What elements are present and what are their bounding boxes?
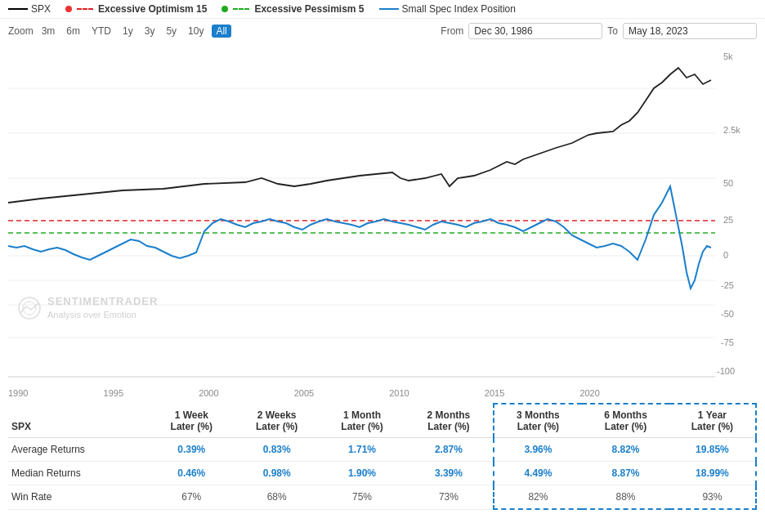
td-winrate-6m: 88%	[582, 485, 669, 510]
legend-pessimism: Excessive Pessimism 5	[221, 3, 364, 15]
td-avg-2w: 0.83%	[234, 438, 319, 462]
x-label-spacer	[675, 388, 716, 398]
legend-small-spec: Small Spec Index Position	[379, 3, 516, 15]
from-label: From	[441, 25, 463, 37]
svg-text:2.5k: 2.5k	[723, 125, 740, 135]
legend-spx: SPX	[8, 3, 51, 15]
th-1y: 1 Year Later (%)	[669, 404, 756, 438]
th-2m: 2 Months Later (%)	[405, 404, 493, 438]
svg-text:-75: -75	[721, 338, 734, 347]
zoom-ytd-button[interactable]: YTD	[88, 25, 114, 38]
small-spec-line-icon	[379, 8, 399, 10]
table-row-avg: Average Returns 0.39% 0.83% 1.71% 2.87% …	[8, 438, 756, 462]
svg-text:50: 50	[723, 178, 733, 188]
th-spx: SPX	[8, 404, 149, 438]
x-label-2020: 2020	[579, 388, 599, 398]
zoom-6m-button[interactable]: 6m	[63, 25, 83, 38]
td-median-6m: 8.87%	[582, 462, 669, 485]
zoom-10y-button[interactable]: 10y	[185, 25, 207, 38]
to-label: To	[607, 25, 618, 37]
pessimism-dot-icon	[221, 6, 228, 12]
td-avg-2m: 2.87%	[405, 438, 493, 462]
watermark: SENTIMENTRADER Analysis over Emotion	[16, 295, 158, 321]
svg-text:25: 25	[723, 215, 733, 225]
td-avg-1m: 1.71%	[320, 438, 405, 462]
th-2w: 2 Weeks Later (%)	[234, 404, 319, 438]
legend-small-spec-label: Small Spec Index Position	[402, 3, 516, 15]
th-6m: 6 Months Later (%)	[582, 404, 669, 438]
zoom-5y-button[interactable]: 5y	[163, 25, 180, 38]
spx-line-icon	[8, 8, 28, 10]
td-median-2w: 0.98%	[234, 462, 319, 485]
td-avg-1y: 19.85%	[669, 438, 756, 462]
td-winrate-1m: 75%	[320, 485, 405, 510]
td-median-1y: 18.99%	[669, 462, 756, 485]
zoom-3y-button[interactable]: 3y	[141, 25, 159, 38]
legend-bar: SPX Excessive Optimism 15 Excessive Pess…	[0, 0, 765, 19]
legend-spx-label: SPX	[31, 3, 51, 15]
td-winrate-1w: 67%	[149, 485, 234, 510]
th-3m: 3 Months Later (%)	[494, 404, 582, 438]
svg-line-24	[26, 306, 31, 310]
td-median-3m: 4.49%	[494, 462, 582, 485]
legend-optimism-label: Excessive Optimism 15	[98, 3, 207, 15]
table-row-winrate: Win Rate 67% 68% 75% 73% 82% 88% 93%	[8, 485, 756, 510]
x-label-2010: 2010	[389, 388, 409, 398]
zoom-1y-button[interactable]: 1y	[119, 25, 136, 38]
th-1w: 1 Week Later (%)	[149, 404, 234, 438]
td-winrate-label: Win Rate	[8, 485, 149, 510]
svg-text:-50: -50	[721, 309, 734, 319]
watermark-logo-icon	[16, 295, 42, 321]
chart-svg: 5k 2.5k 50 25 0 -25 -50 -75 -100	[0, 43, 765, 387]
td-median-1m: 1.90%	[320, 462, 405, 485]
svg-text:-100: -100	[717, 366, 735, 376]
from-date-input[interactable]	[468, 23, 602, 39]
date-range: From To	[441, 23, 757, 39]
table-row-median: Median Returns 0.46% 0.98% 1.90% 3.39% 4…	[8, 462, 756, 485]
td-median-label: Median Returns	[8, 462, 149, 485]
td-avg-6m: 8.82%	[582, 438, 669, 462]
legend-optimism: Excessive Optimism 15	[65, 3, 207, 15]
td-winrate-2m: 73%	[405, 485, 493, 510]
td-avg-label: Average Returns	[8, 438, 149, 462]
svg-text:-25: -25	[721, 280, 734, 290]
optimism-dot-icon	[65, 6, 72, 12]
to-date-input[interactable]	[623, 23, 757, 39]
td-avg-1w: 0.39%	[149, 438, 234, 462]
x-axis: 1990 1995 2000 2005 2010 2015 2020	[0, 387, 765, 400]
chart-area: 5k 2.5k 50 25 0 -25 -50 -75 -100 SENTIME…	[0, 43, 765, 387]
td-avg-3m: 3.96%	[494, 438, 582, 462]
watermark-text: SENTIMENTRADER Analysis over Emotion	[47, 295, 158, 320]
x-label-1995: 1995	[104, 388, 123, 398]
td-winrate-1y: 93%	[669, 485, 756, 510]
svg-text:0: 0	[723, 250, 728, 260]
zoom-all-button[interactable]: All	[212, 25, 230, 38]
zoom-3m-button[interactable]: 3m	[38, 25, 59, 38]
controls-bar: Zoom 3m 6m YTD 1y 3y 5y 10y All From To	[0, 19, 765, 43]
x-label-2005: 2005	[294, 388, 314, 398]
table-header-row: SPX 1 Week Later (%) 2 Weeks Later (%) 1…	[8, 404, 756, 438]
td-winrate-3m: 82%	[494, 485, 582, 510]
td-median-2m: 3.39%	[405, 462, 493, 485]
x-label-2015: 2015	[485, 388, 504, 398]
th-1m: 1 Month Later (%)	[320, 404, 405, 438]
svg-text:5k: 5k	[723, 51, 733, 61]
table-section: SPX 1 Week Later (%) 2 Weeks Later (%) 1…	[0, 400, 765, 518]
x-label-1990: 1990	[8, 388, 28, 398]
td-winrate-2w: 68%	[234, 485, 319, 510]
zoom-controls: Zoom 3m 6m YTD 1y 3y 5y 10y All	[8, 25, 231, 38]
legend-pessimism-label: Excessive Pessimism 5	[254, 3, 364, 15]
x-label-2000: 2000	[199, 388, 218, 398]
returns-table: SPX 1 Week Later (%) 2 Weeks Later (%) 1…	[8, 403, 757, 510]
zoom-label: Zoom	[8, 25, 34, 37]
td-median-1w: 0.46%	[149, 462, 234, 485]
